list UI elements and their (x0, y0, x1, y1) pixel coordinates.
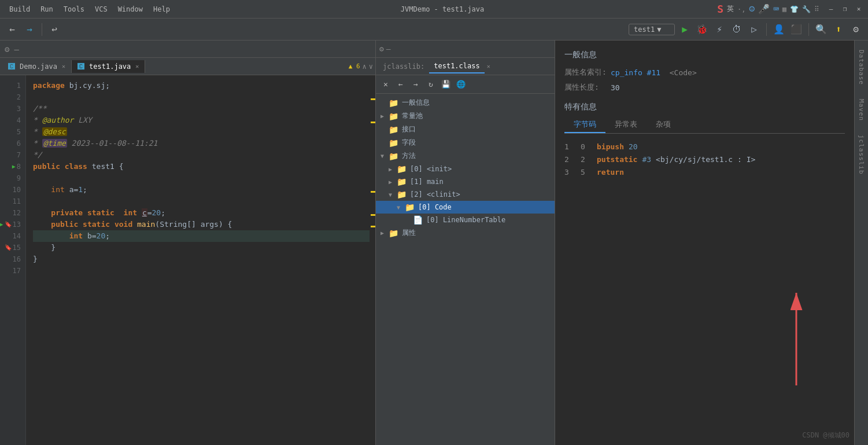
sogou-toolbar: S 英 ·, ☺ 🎤 ⌨ ▦ 👕 🔧 ⠿ (717, 3, 819, 15)
run-config-selector[interactable]: test1 ▼ (629, 24, 675, 35)
code-line-5: * @desc (33, 126, 370, 138)
keyboard-icon: ⌨ (773, 3, 779, 14)
jclasslib-tab-active[interactable]: test1.class (429, 60, 484, 73)
profile-button[interactable]: ⏱ (729, 22, 744, 37)
menu-run[interactable]: Run (36, 4, 58, 14)
editor-settings-icon[interactable]: ⚙ (2, 45, 12, 54)
red-arrow-annotation (773, 281, 819, 399)
menu-help[interactable]: Help (149, 4, 175, 14)
jclasslib-tab-close[interactable]: ✕ (487, 63, 490, 69)
main-toolbar: ← → ↩ test1 ▼ ▶ 🐞 ⚡ ⏱ ▷ 👤 ⬛ 🔍 ⬆ ⚙ (0, 19, 868, 41)
debug-button[interactable]: 🐞 (695, 22, 710, 37)
tree-folder-init: 📁 (397, 164, 407, 174)
tree-arrow-main: ▶ (389, 179, 397, 185)
gutter-mark-4 (371, 214, 375, 216)
menu-tools[interactable]: Tools (59, 4, 89, 14)
tab-test1-close[interactable]: ✕ (135, 63, 139, 69)
restore-button[interactable]: ❐ (840, 5, 849, 14)
tree-item-interface[interactable]: 📁 接口 (376, 123, 555, 136)
title-bar: Build Run Tools VCS Window Help JVMDemo … (0, 0, 868, 19)
code-line-1: package bj.cy.sj; (33, 80, 370, 91)
warning-badge: ▲ 6 (349, 62, 360, 70)
editor-minimize-icon[interactable]: — (12, 45, 21, 54)
gutter-mark-3 (371, 191, 375, 193)
tree-label-code: [0] Code (418, 203, 452, 211)
tree-item-methods[interactable]: ▼ 📁 方法 (376, 149, 555, 163)
bc-line-num-1: 1 (564, 141, 576, 153)
tree-label-main: [1] main (410, 178, 444, 186)
tree-item-main[interactable]: ▶ 📁 [1] main (376, 175, 555, 188)
tree-item-linenumber[interactable]: 📄 [0] LineNumberTable (376, 214, 555, 226)
tab-misc[interactable]: 杂项 (647, 117, 680, 133)
sidebar-label-jclasslib[interactable]: jclasslib (856, 128, 866, 182)
bc-offset-3: 5 (581, 166, 592, 179)
tab-demo-close[interactable]: ✕ (62, 63, 65, 69)
jclasslib-settings-icon[interactable]: ⚙ (379, 45, 384, 53)
menu-window[interactable]: Window (113, 4, 147, 14)
tree-item-code[interactable]: ▼ 📁 [0] Code (376, 201, 555, 214)
tree-item-attr[interactable]: ▶ 📁 属性 (376, 226, 555, 240)
cp-info-link[interactable]: cp_info #11 (611, 68, 660, 77)
minimize-button[interactable]: — (826, 5, 836, 14)
watermark: CSDN @倾城00 (802, 431, 849, 440)
more-run-button[interactable]: ▷ (747, 22, 762, 37)
search-button[interactable]: 🔍 (814, 22, 829, 37)
jt-browse-btn[interactable]: 🌐 (455, 78, 467, 91)
coverage-button[interactable]: ⚡ (712, 22, 727, 37)
nav-down-icon[interactable]: ∨ (369, 62, 373, 71)
tree-arrow-const: ▶ (381, 113, 389, 119)
tree-label-methods: 方法 (402, 151, 416, 161)
mic-icon: 🎤 (758, 3, 770, 14)
revert-button[interactable]: ↩ (47, 22, 62, 37)
sidebar-label-maven[interactable]: Maven (856, 92, 866, 128)
bc-arg-ref-text-2: <bj/cy/sj/test1.c : I> (656, 153, 755, 166)
right-gutter (370, 75, 375, 445)
tree-item-general[interactable]: 📁 一般信息 (376, 96, 555, 109)
run-dash-button[interactable]: 👤 (771, 22, 786, 37)
window-controls: — ❐ ✕ (826, 5, 863, 14)
nav-up-icon[interactable]: ∧ (363, 62, 367, 71)
code-content[interactable]: package bj.cy.sj; /** * @author LXY * @d… (26, 75, 370, 445)
code-line-4: * @author LXY (33, 115, 370, 126)
gutter-mark-5 (371, 226, 375, 227)
menu-build[interactable]: Build (5, 4, 35, 14)
tree-item-clinit[interactable]: ▼ 📁 [2] <clinit> (376, 188, 555, 201)
tab-exception-table[interactable]: 异常表 (605, 117, 647, 133)
toolbar-sep1 (42, 23, 42, 36)
tree-arrow-init: ▶ (389, 166, 397, 172)
bc-instr-3: return (597, 166, 624, 179)
close-button[interactable]: ✕ (854, 5, 863, 14)
settings-main-button[interactable]: ⚙ (848, 22, 863, 37)
tree-item-fields[interactable]: 📁 字段 (376, 136, 555, 149)
stop-button[interactable]: ⬛ (789, 22, 804, 37)
sidebar-label-database[interactable]: Database (856, 43, 866, 92)
jclasslib-minimize-icon[interactable]: — (386, 45, 391, 53)
tab-demo-label: Demo.java (20, 62, 57, 71)
jt-back-btn[interactable]: ← (394, 78, 407, 91)
tab-bytecode[interactable]: 字节码 (564, 117, 605, 133)
menu-vcs[interactable]: VCS (90, 4, 112, 14)
jt-refresh-btn[interactable]: ↻ (424, 78, 437, 91)
tree-folder-general: 📁 (389, 98, 398, 108)
tree-item-const-pool[interactable]: ▶ 📁 常量池 (376, 109, 555, 123)
demo-java-icon: 🅲 (8, 62, 15, 71)
back-button[interactable]: ← (5, 22, 20, 37)
jt-forward-btn[interactable]: → (409, 78, 422, 91)
tab-demo-java[interactable]: 🅲 Demo.java ✕ (2, 60, 72, 73)
tree-folder-attr: 📁 (389, 229, 398, 238)
line-numbers: 1 2 3 4 5 6 7 ▶8 9 10 11 12 ▶ 🔖13 14 (0, 75, 26, 445)
jt-save-btn[interactable]: 💾 (439, 78, 452, 91)
editor-tabs: 🅲 Demo.java ✕ 🅲 test1.java ✕ ▲ 6 ∧ ∨ (0, 58, 375, 75)
tab-test1-java[interactable]: 🅲 test1.java ✕ (72, 60, 145, 73)
forward-button[interactable]: → (22, 22, 37, 37)
editor-tab-actions: ▲ 6 ∧ ∨ (349, 62, 373, 71)
run-button[interactable]: ▶ (677, 22, 692, 37)
tree-item-init[interactable]: ▶ 📁 [0] <init> (376, 163, 555, 175)
tree-label-general: 一般信息 (402, 98, 430, 108)
bc-arg-1: 20 (629, 141, 638, 153)
jt-close-btn[interactable]: ✕ (379, 78, 392, 91)
run-config-dropdown: ▼ (657, 25, 661, 34)
update-button[interactable]: ⬆ (831, 22, 846, 37)
code-line-12: private static int c=20; (33, 207, 370, 219)
code-line-15: } (33, 242, 370, 253)
